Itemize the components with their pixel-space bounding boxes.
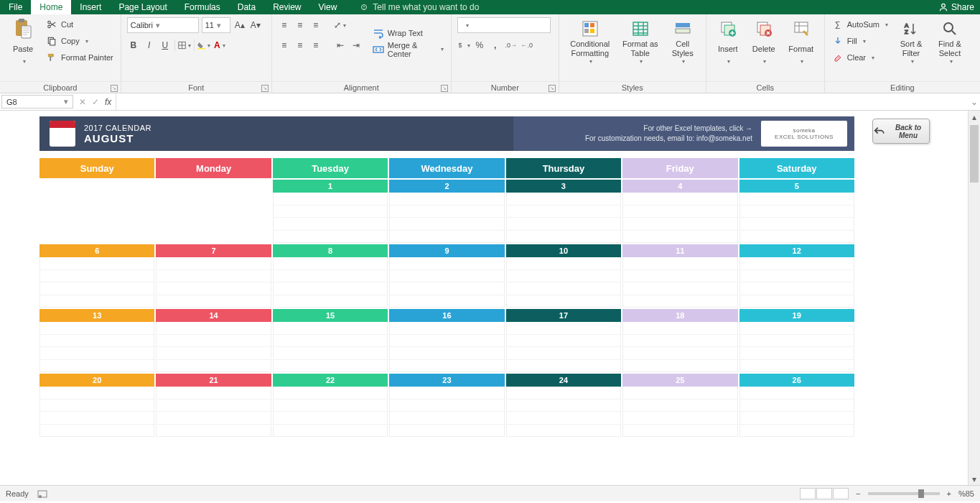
tab-data[interactable]: Data (229, 0, 264, 14)
bold-button[interactable]: B (127, 39, 140, 52)
tab-file[interactable]: File (0, 0, 31, 14)
align-bottom-icon[interactable]: ≡ (309, 19, 322, 32)
formula-input[interactable] (116, 93, 968, 110)
page-layout-view-button[interactable] (816, 488, 832, 499)
day-cell[interactable]: 11 (622, 244, 737, 308)
day-cell[interactable]: 10 (506, 244, 621, 308)
day-body[interactable] (622, 322, 737, 372)
number-launcher[interactable]: ↘ (549, 85, 556, 92)
day-body[interactable] (506, 257, 621, 308)
align-left-icon[interactable]: ≡ (278, 39, 291, 52)
day-cell[interactable]: 8 (273, 244, 388, 308)
delete-cells-button[interactable]: Delete (748, 17, 780, 65)
align-center-icon[interactable]: ≡ (294, 39, 307, 52)
day-body[interactable] (39, 387, 154, 437)
day-cell[interactable]: 9 (389, 244, 504, 308)
tab-home[interactable]: Home (31, 0, 71, 14)
autosum-button[interactable]: ∑AutoSum (831, 17, 890, 32)
font-name-select[interactable]: Calibri▾ (127, 17, 199, 33)
cut-button[interactable]: Cut (45, 17, 115, 32)
font-color-button[interactable]: A (213, 39, 226, 52)
day-cell[interactable]: 23 (389, 374, 504, 437)
underline-button[interactable]: U (159, 39, 172, 52)
decrease-decimal-icon[interactable]: ←.0 (521, 39, 533, 52)
scroll-up-icon[interactable]: ▴ (969, 111, 980, 123)
day-cell[interactable]: 1 (273, 180, 388, 243)
day-body[interactable] (39, 322, 154, 372)
day-cell[interactable]: 13 (39, 309, 154, 372)
day-body[interactable] (622, 387, 737, 437)
sort-filter-button[interactable]: AZ Sort & Filter (894, 17, 928, 65)
decrease-font-icon[interactable]: A▾ (249, 19, 262, 32)
day-cell[interactable]: 20 (39, 374, 154, 437)
border-button[interactable] (178, 39, 191, 52)
day-cell[interactable]: 12 (739, 244, 854, 308)
day-cell[interactable]: 3 (506, 180, 621, 243)
fill-color-button[interactable] (197, 39, 210, 52)
day-cell[interactable]: 19 (739, 309, 854, 372)
day-body[interactable] (156, 257, 271, 308)
day-cell[interactable]: 5 (739, 180, 854, 243)
day-cell[interactable]: 25 (622, 374, 737, 437)
day-body[interactable] (273, 322, 388, 372)
wrap-text-button[interactable]: Wrap Text (371, 26, 445, 40)
zoom-slider[interactable] (868, 492, 940, 495)
scroll-down-icon[interactable]: ▾ (969, 473, 980, 485)
orientation-icon[interactable]: ⤢ (334, 19, 347, 32)
day-body[interactable] (273, 193, 388, 243)
fill-button[interactable]: Fill (831, 34, 890, 48)
increase-font-icon[interactable]: A▴ (233, 19, 246, 32)
align-middle-icon[interactable]: ≡ (294, 19, 307, 32)
day-body[interactable] (389, 322, 504, 372)
day-body[interactable] (739, 257, 854, 308)
day-body[interactable] (389, 387, 504, 437)
font-size-select[interactable]: 11▾ (202, 17, 230, 33)
vertical-scrollbar[interactable]: ▴ ▾ (968, 111, 980, 485)
day-body[interactable] (39, 257, 154, 308)
formula-expand-icon[interactable]: ⌄ (968, 93, 980, 110)
zoom-in-button[interactable]: + (947, 489, 951, 498)
fx-icon[interactable]: fx (105, 97, 111, 107)
align-right-icon[interactable]: ≡ (309, 39, 322, 52)
day-body[interactable] (273, 387, 388, 437)
name-box[interactable]: G8▾ (1, 95, 73, 109)
format-as-table-button[interactable]: Format as Table (620, 17, 661, 65)
day-body[interactable] (739, 322, 854, 372)
number-format-select[interactable] (457, 17, 551, 33)
day-body[interactable] (156, 387, 271, 437)
accounting-format-icon[interactable]: $ (457, 39, 470, 52)
day-body[interactable] (506, 322, 621, 372)
insert-cells-button[interactable]: Insert (712, 17, 744, 65)
increase-indent-icon[interactable]: ⇥ (350, 39, 363, 52)
clear-button[interactable]: Clear (831, 50, 890, 65)
copy-button[interactable]: Copy (45, 34, 115, 48)
macro-record-icon[interactable] (37, 489, 47, 499)
day-body[interactable] (739, 193, 854, 243)
tab-page-layout[interactable]: Page Layout (110, 0, 175, 14)
scroll-thumb[interactable] (970, 125, 979, 183)
share-button[interactable]: Share (938, 2, 974, 12)
day-cell[interactable]: 6 (39, 244, 154, 308)
percent-format-icon[interactable]: % (473, 39, 486, 52)
comma-format-icon[interactable]: , (489, 39, 502, 52)
day-cell[interactable]: 18 (622, 309, 737, 372)
day-body[interactable] (389, 193, 504, 243)
day-cell[interactable]: 4 (622, 180, 737, 243)
day-body[interactable] (622, 193, 737, 243)
day-cell[interactable]: 24 (506, 374, 621, 437)
tab-insert[interactable]: Insert (71, 0, 110, 14)
day-cell[interactable]: 17 (506, 309, 621, 372)
merge-center-button[interactable]: Merge & Center (371, 42, 445, 57)
decrease-indent-icon[interactable]: ⇤ (334, 39, 347, 52)
day-body[interactable] (389, 257, 504, 308)
worksheet-area[interactable]: 2017 CALENDAR AUGUST For other Excel tem… (0, 111, 980, 485)
day-cell[interactable]: 7 (156, 244, 271, 308)
zoom-out-button[interactable]: − (856, 489, 860, 498)
conditional-formatting-button[interactable]: Conditional Formatting (565, 17, 615, 65)
cancel-formula-icon[interactable]: ✕ (79, 97, 86, 107)
page-break-view-button[interactable] (833, 488, 849, 499)
cell-styles-button[interactable]: Cell Styles (666, 17, 700, 65)
format-cells-button[interactable]: Format (784, 17, 818, 65)
enter-formula-icon[interactable]: ✓ (92, 97, 99, 107)
back-to-menu-button[interactable]: Back to Menu (872, 119, 930, 144)
